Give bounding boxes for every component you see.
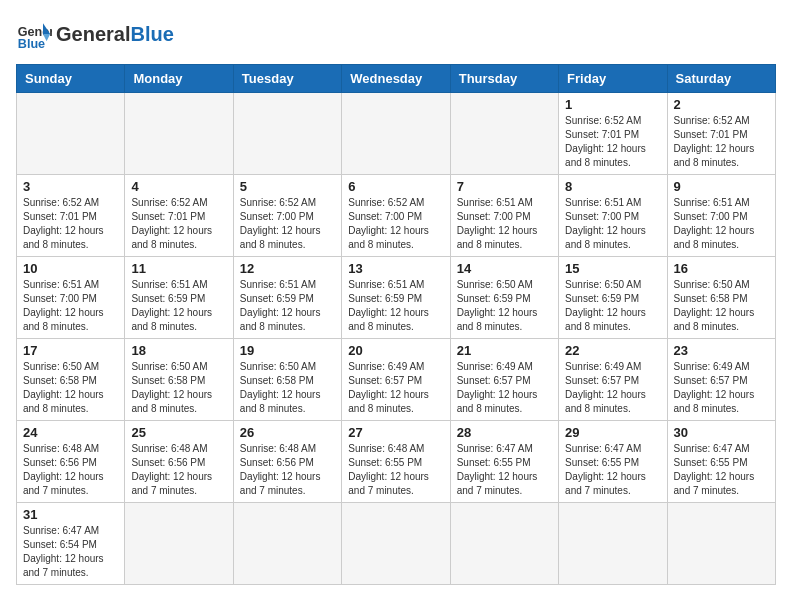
day-info: Sunrise: 6:52 AM Sunset: 7:01 PM Dayligh… [565, 114, 660, 170]
day-info: Sunrise: 6:52 AM Sunset: 7:00 PM Dayligh… [348, 196, 443, 252]
calendar-cell: 11Sunrise: 6:51 AM Sunset: 6:59 PM Dayli… [125, 257, 233, 339]
calendar-cell: 19Sunrise: 6:50 AM Sunset: 6:58 PM Dayli… [233, 339, 341, 421]
calendar-cell [17, 93, 125, 175]
day-info: Sunrise: 6:50 AM Sunset: 6:59 PM Dayligh… [565, 278, 660, 334]
day-number: 25 [131, 425, 226, 440]
calendar-week-row: 3Sunrise: 6:52 AM Sunset: 7:01 PM Daylig… [17, 175, 776, 257]
day-number: 15 [565, 261, 660, 276]
calendar-week-row: 17Sunrise: 6:50 AM Sunset: 6:58 PM Dayli… [17, 339, 776, 421]
day-info: Sunrise: 6:50 AM Sunset: 6:58 PM Dayligh… [240, 360, 335, 416]
day-info: Sunrise: 6:51 AM Sunset: 7:00 PM Dayligh… [457, 196, 552, 252]
day-number: 19 [240, 343, 335, 358]
day-info: Sunrise: 6:48 AM Sunset: 6:56 PM Dayligh… [240, 442, 335, 498]
weekday-header-sunday: Sunday [17, 65, 125, 93]
svg-text:Blue: Blue [18, 37, 45, 51]
day-number: 22 [565, 343, 660, 358]
calendar-cell: 8Sunrise: 6:51 AM Sunset: 7:00 PM Daylig… [559, 175, 667, 257]
logo-svg: General Blue [16, 16, 52, 52]
calendar-cell: 14Sunrise: 6:50 AM Sunset: 6:59 PM Dayli… [450, 257, 558, 339]
day-number: 30 [674, 425, 769, 440]
day-number: 31 [23, 507, 118, 522]
day-info: Sunrise: 6:49 AM Sunset: 6:57 PM Dayligh… [457, 360, 552, 416]
calendar-cell: 29Sunrise: 6:47 AM Sunset: 6:55 PM Dayli… [559, 421, 667, 503]
calendar-cell: 17Sunrise: 6:50 AM Sunset: 6:58 PM Dayli… [17, 339, 125, 421]
day-info: Sunrise: 6:50 AM Sunset: 6:58 PM Dayligh… [674, 278, 769, 334]
calendar-cell: 7Sunrise: 6:51 AM Sunset: 7:00 PM Daylig… [450, 175, 558, 257]
day-number: 1 [565, 97, 660, 112]
weekday-header-thursday: Thursday [450, 65, 558, 93]
day-number: 14 [457, 261, 552, 276]
calendar-cell [450, 503, 558, 585]
day-info: Sunrise: 6:52 AM Sunset: 7:01 PM Dayligh… [23, 196, 118, 252]
calendar-cell: 20Sunrise: 6:49 AM Sunset: 6:57 PM Dayli… [342, 339, 450, 421]
day-info: Sunrise: 6:52 AM Sunset: 7:01 PM Dayligh… [674, 114, 769, 170]
calendar-cell [233, 503, 341, 585]
calendar-cell: 24Sunrise: 6:48 AM Sunset: 6:56 PM Dayli… [17, 421, 125, 503]
day-number: 21 [457, 343, 552, 358]
day-info: Sunrise: 6:51 AM Sunset: 6:59 PM Dayligh… [131, 278, 226, 334]
calendar-cell [342, 503, 450, 585]
calendar-cell [233, 93, 341, 175]
calendar-cell: 22Sunrise: 6:49 AM Sunset: 6:57 PM Dayli… [559, 339, 667, 421]
calendar-cell: 30Sunrise: 6:47 AM Sunset: 6:55 PM Dayli… [667, 421, 775, 503]
weekday-header-saturday: Saturday [667, 65, 775, 93]
calendar-week-row: 31Sunrise: 6:47 AM Sunset: 6:54 PM Dayli… [17, 503, 776, 585]
day-number: 5 [240, 179, 335, 194]
day-info: Sunrise: 6:51 AM Sunset: 7:00 PM Dayligh… [565, 196, 660, 252]
calendar-cell: 13Sunrise: 6:51 AM Sunset: 6:59 PM Dayli… [342, 257, 450, 339]
calendar-cell: 18Sunrise: 6:50 AM Sunset: 6:58 PM Dayli… [125, 339, 233, 421]
day-number: 4 [131, 179, 226, 194]
day-info: Sunrise: 6:47 AM Sunset: 6:55 PM Dayligh… [565, 442, 660, 498]
day-info: Sunrise: 6:49 AM Sunset: 6:57 PM Dayligh… [674, 360, 769, 416]
day-info: Sunrise: 6:48 AM Sunset: 6:55 PM Dayligh… [348, 442, 443, 498]
calendar-cell [667, 503, 775, 585]
calendar-cell: 2Sunrise: 6:52 AM Sunset: 7:01 PM Daylig… [667, 93, 775, 175]
calendar-cell: 28Sunrise: 6:47 AM Sunset: 6:55 PM Dayli… [450, 421, 558, 503]
calendar-cell: 25Sunrise: 6:48 AM Sunset: 6:56 PM Dayli… [125, 421, 233, 503]
calendar-cell: 5Sunrise: 6:52 AM Sunset: 7:00 PM Daylig… [233, 175, 341, 257]
day-number: 17 [23, 343, 118, 358]
calendar-cell [125, 93, 233, 175]
logo-text-general: General [56, 23, 130, 46]
calendar-cell: 12Sunrise: 6:51 AM Sunset: 6:59 PM Dayli… [233, 257, 341, 339]
calendar-table: SundayMondayTuesdayWednesdayThursdayFrid… [16, 64, 776, 585]
day-info: Sunrise: 6:48 AM Sunset: 6:56 PM Dayligh… [23, 442, 118, 498]
day-number: 24 [23, 425, 118, 440]
weekday-header-friday: Friday [559, 65, 667, 93]
calendar-cell: 6Sunrise: 6:52 AM Sunset: 7:00 PM Daylig… [342, 175, 450, 257]
day-number: 20 [348, 343, 443, 358]
calendar-cell [559, 503, 667, 585]
day-number: 7 [457, 179, 552, 194]
header: General Blue General Blue [16, 16, 776, 52]
calendar-cell: 4Sunrise: 6:52 AM Sunset: 7:01 PM Daylig… [125, 175, 233, 257]
logo-text-blue: Blue [130, 23, 173, 46]
day-info: Sunrise: 6:51 AM Sunset: 7:00 PM Dayligh… [674, 196, 769, 252]
day-info: Sunrise: 6:51 AM Sunset: 6:59 PM Dayligh… [348, 278, 443, 334]
weekday-header-monday: Monday [125, 65, 233, 93]
calendar-week-row: 1Sunrise: 6:52 AM Sunset: 7:01 PM Daylig… [17, 93, 776, 175]
day-info: Sunrise: 6:49 AM Sunset: 6:57 PM Dayligh… [348, 360, 443, 416]
day-info: Sunrise: 6:50 AM Sunset: 6:59 PM Dayligh… [457, 278, 552, 334]
day-info: Sunrise: 6:50 AM Sunset: 6:58 PM Dayligh… [131, 360, 226, 416]
day-number: 12 [240, 261, 335, 276]
day-number: 13 [348, 261, 443, 276]
calendar-week-row: 10Sunrise: 6:51 AM Sunset: 7:00 PM Dayli… [17, 257, 776, 339]
day-number: 2 [674, 97, 769, 112]
calendar-cell: 23Sunrise: 6:49 AM Sunset: 6:57 PM Dayli… [667, 339, 775, 421]
day-number: 8 [565, 179, 660, 194]
day-number: 3 [23, 179, 118, 194]
calendar-cell: 31Sunrise: 6:47 AM Sunset: 6:54 PM Dayli… [17, 503, 125, 585]
day-number: 26 [240, 425, 335, 440]
weekday-header-wednesday: Wednesday [342, 65, 450, 93]
day-info: Sunrise: 6:47 AM Sunset: 6:55 PM Dayligh… [457, 442, 552, 498]
calendar-cell: 3Sunrise: 6:52 AM Sunset: 7:01 PM Daylig… [17, 175, 125, 257]
calendar-cell: 16Sunrise: 6:50 AM Sunset: 6:58 PM Dayli… [667, 257, 775, 339]
day-number: 28 [457, 425, 552, 440]
day-info: Sunrise: 6:52 AM Sunset: 7:01 PM Dayligh… [131, 196, 226, 252]
day-info: Sunrise: 6:48 AM Sunset: 6:56 PM Dayligh… [131, 442, 226, 498]
day-number: 27 [348, 425, 443, 440]
calendar-cell: 15Sunrise: 6:50 AM Sunset: 6:59 PM Dayli… [559, 257, 667, 339]
day-info: Sunrise: 6:47 AM Sunset: 6:55 PM Dayligh… [674, 442, 769, 498]
calendar-cell [125, 503, 233, 585]
calendar-header-row: SundayMondayTuesdayWednesdayThursdayFrid… [17, 65, 776, 93]
